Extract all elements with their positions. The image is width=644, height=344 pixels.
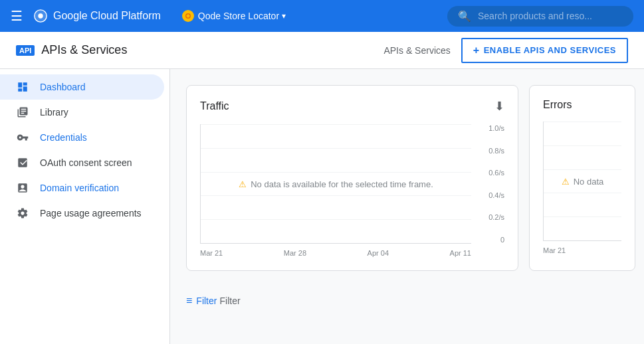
y-label-5: 0 <box>500 236 504 244</box>
sidebar-item-domain-label: Domain verification <box>40 183 119 193</box>
api-badge: API <box>16 45 35 56</box>
grid-line <box>201 195 471 196</box>
filter-row: ≡ Filter Filter <box>186 287 628 307</box>
search-bar[interactable]: 🔍 Search products and reso... <box>447 6 633 27</box>
errors-no-data-message: ⚠ No data <box>562 176 604 186</box>
chart-header-traffic: Traffic ⬇ <box>200 99 504 114</box>
sidebar-item-library[interactable]: Library <box>0 100 164 125</box>
x-label-0: Mar 21 <box>200 249 223 257</box>
enable-btn-label: ENABLE APIS AND SERVICES <box>484 45 616 55</box>
sidebar-item-domain[interactable]: Domain verification <box>0 175 164 201</box>
grid-line <box>201 172 471 173</box>
content-area: Traffic ⬇ ⚠ No data is availa <box>170 69 644 344</box>
warning-icon-errors: ⚠ <box>562 176 570 186</box>
search-icon: 🔍 <box>458 10 471 23</box>
oauth-icon <box>16 157 29 169</box>
grid-line <box>544 193 621 193</box>
domain-icon <box>16 182 29 194</box>
breadcrumb: APIs & Services <box>383 45 450 56</box>
errors-chart-area: ⚠ No data Mar 21 <box>543 122 621 254</box>
traffic-chart-area: ⚠ No data is available for the selected … <box>200 124 504 257</box>
project-dot <box>182 10 194 22</box>
sidebar-item-page-usage-label: Page usage agreements <box>40 208 142 218</box>
project-selector[interactable]: Qode Store Locator ▾ <box>177 7 291 25</box>
main-layout: Dashboard Library Credentials OAuth cons… <box>0 69 644 344</box>
errors-chart-title: Errors <box>543 99 572 111</box>
secondary-header: API APIs & Services APIs & Services + EN… <box>0 32 644 69</box>
plus-icon: + <box>473 44 480 56</box>
x-label-3: Apr 11 <box>450 249 471 257</box>
no-data-text: No data is available for the selected ti… <box>251 179 433 189</box>
top-nav: ☰ Google Cloud Platform Qode Store Locat… <box>0 0 644 32</box>
grid-line <box>201 148 471 149</box>
y-label-4: 0.2/s <box>488 213 504 221</box>
charts-row: Traffic ⬇ ⚠ No data is availa <box>186 85 628 271</box>
sidebar-item-oauth-label: OAuth consent screen <box>40 157 132 168</box>
errors-x-axis: Mar 21 <box>543 246 621 254</box>
traffic-chart-title: Traffic <box>200 100 229 112</box>
sidebar-item-page-usage[interactable]: Page usage agreements <box>0 201 164 226</box>
hamburger-icon[interactable]: ☰ <box>11 8 23 24</box>
grid-line <box>544 145 621 146</box>
page-usage-icon <box>16 207 29 219</box>
grid-line <box>201 219 471 220</box>
chart-header-errors: Errors <box>543 99 621 111</box>
brand-logo: Google Cloud Platform <box>33 9 161 23</box>
download-icon[interactable]: ⬇ <box>494 99 504 114</box>
errors-chart-card: Errors ⚠ No data M <box>529 85 635 271</box>
y-label-0: 1.0/s <box>488 124 504 132</box>
filter-button[interactable]: ≡ Filter <box>186 295 217 307</box>
errors-x-label-0: Mar 21 <box>543 246 566 254</box>
y-label-1: 0.8/s <box>488 147 504 155</box>
traffic-chart-plot: ⚠ No data is available for the selected … <box>200 124 471 244</box>
sidebar-item-oauth[interactable]: OAuth consent screen <box>0 150 164 175</box>
filter-btn-label: Filter <box>196 296 217 306</box>
x-label-2: Apr 04 <box>368 249 389 257</box>
chevron-down-icon: ▾ <box>282 11 286 21</box>
sidebar-item-library-label: Library <box>40 107 68 118</box>
no-data-message: ⚠ No data is available for the selected … <box>239 179 433 189</box>
sidebar-item-dashboard[interactable]: Dashboard <box>0 74 164 100</box>
sidebar-item-credentials-label: Credentials <box>40 132 87 143</box>
grid-line <box>544 169 621 170</box>
project-icon <box>185 13 191 19</box>
y-label-3: 0.4/s <box>488 191 504 199</box>
grid-line <box>544 122 621 122</box>
traffic-x-axis: Mar 21 Mar 28 Apr 04 Apr 11 <box>200 249 471 257</box>
enable-apis-button[interactable]: + ENABLE APIS AND SERVICES <box>461 38 628 63</box>
warning-icon: ⚠ <box>239 179 247 189</box>
errors-no-data-text: No data <box>574 176 604 186</box>
credentials-icon <box>16 131 29 143</box>
sidebar-item-credentials[interactable]: Credentials <box>0 125 164 150</box>
y-label-2: 0.6/s <box>488 169 504 177</box>
sidebar-item-dashboard-label: Dashboard <box>40 82 86 92</box>
filter-icon: ≡ <box>186 295 192 307</box>
dashboard-icon <box>16 81 29 93</box>
traffic-chart-card: Traffic ⬇ ⚠ No data is availa <box>186 85 518 271</box>
brand-name: Google Cloud Platform <box>53 10 161 22</box>
sidebar: Dashboard Library Credentials OAuth cons… <box>0 69 170 344</box>
section-title: APIs & Services <box>41 43 127 57</box>
gcp-logo-icon <box>33 9 48 23</box>
x-label-1: Mar 28 <box>284 249 306 257</box>
traffic-y-axis: 1.0/s 0.8/s 0.6/s 0.4/s 0.2/s 0 <box>478 124 504 244</box>
grid-line <box>544 216 621 217</box>
filter-placeholder: Filter <box>219 296 240 306</box>
errors-chart-plot: ⚠ No data <box>543 122 621 241</box>
search-placeholder: Search products and reso... <box>478 11 592 21</box>
svg-point-1 <box>38 13 43 18</box>
library-icon <box>16 106 29 118</box>
grid-line <box>201 124 471 125</box>
project-name: Qode Store Locator <box>198 11 279 21</box>
